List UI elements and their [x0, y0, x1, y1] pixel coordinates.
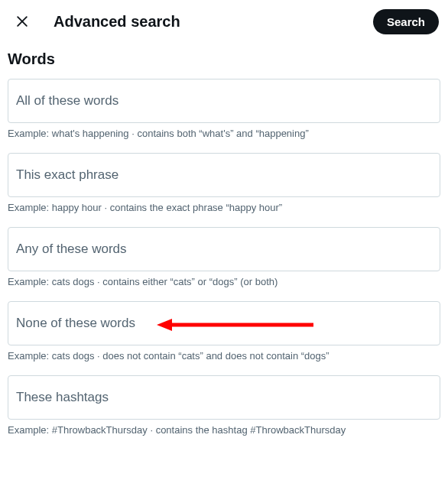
- close-button[interactable]: [9, 8, 35, 34]
- close-icon: [15, 14, 30, 29]
- input-hashtags[interactable]: These hashtags: [8, 375, 440, 420]
- section-title-words: Words: [8, 50, 440, 68]
- help-any-words: Example: cats dogs · contains either “ca…: [8, 276, 440, 289]
- help-none-words: Example: cats dogs · does not contain “c…: [8, 350, 440, 363]
- search-button[interactable]: Search: [373, 9, 439, 34]
- input-none-words[interactable]: None of these words: [8, 301, 440, 345]
- field-none-words: None of these words Example: cats dogs ·…: [8, 301, 440, 363]
- input-all-words[interactable]: All of these words: [8, 79, 440, 123]
- page-title: Advanced search: [54, 13, 355, 31]
- input-any-words[interactable]: Any of these words: [8, 227, 440, 271]
- field-exact-phrase: This exact phrase Example: happy hour · …: [8, 153, 440, 215]
- help-all-words: Example: what's happening · contains bot…: [8, 128, 440, 141]
- field-all-words: All of these words Example: what's happe…: [8, 79, 440, 141]
- input-exact-phrase[interactable]: This exact phrase: [8, 153, 440, 197]
- header-bar: Advanced search Search: [0, 0, 448, 43]
- help-hashtags: Example: #ThrowbackThursday · contains t…: [8, 424, 440, 437]
- field-any-words: Any of these words Example: cats dogs · …: [8, 227, 440, 289]
- field-hashtags: These hashtags Example: #ThrowbackThursd…: [8, 375, 440, 437]
- content-area: Words All of these words Example: what's…: [0, 50, 448, 436]
- help-exact-phrase: Example: happy hour · contains the exact…: [8, 202, 440, 215]
